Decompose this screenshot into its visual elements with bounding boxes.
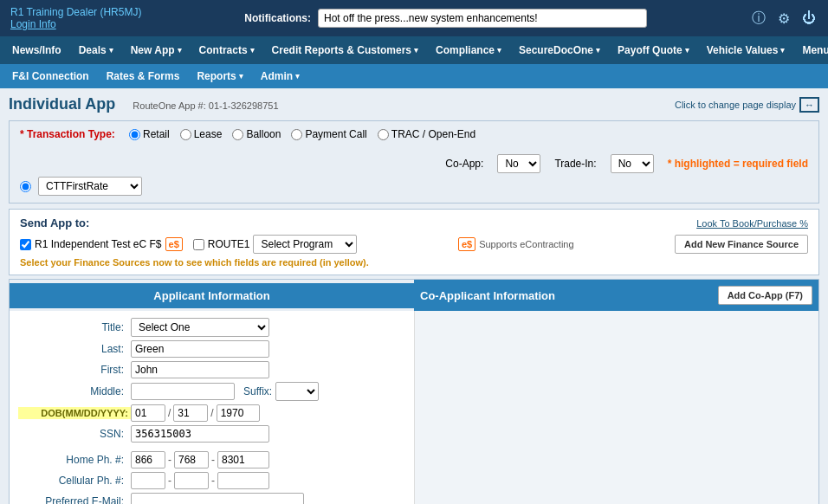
nav-contracts[interactable]: Contracts ▾ <box>191 39 263 61</box>
last-row: Last: <box>18 340 405 358</box>
power-icon[interactable]: ⏻ <box>800 9 818 28</box>
co-applicant-header-text: Co-Applicant Information <box>420 289 555 302</box>
contracts-arrow: ▾ <box>250 46 255 55</box>
login-link[interactable]: Login Info <box>10 18 141 30</box>
coa-trade-row: Co-App: NoYes Trade-In: NoYes * highligh… <box>445 154 808 173</box>
vehiclevalues-arrow: ▾ <box>780 46 785 55</box>
nav-rates-forms[interactable]: Rates & Forms <box>98 65 189 87</box>
nav-payoffquote[interactable]: Payoff Quote ▾ <box>609 39 698 61</box>
creditreports-arrow: ▾ <box>414 46 418 55</box>
transaction-label: * Transaction Type: <box>20 128 115 140</box>
nav-bar-1: News/Info Deals ▾ New App ▾ Contracts ▾ … <box>0 36 828 64</box>
top-header: R1 Training Dealer (HR5MJ) Login Info No… <box>0 0 828 36</box>
first-row: First: <box>18 361 405 378</box>
nav-newsinfo[interactable]: News/Info <box>3 39 70 61</box>
admin-arrow: ▾ <box>295 72 300 81</box>
nav-reports[interactable]: Reports ▾ <box>188 65 251 87</box>
securedocone-arrow: ▾ <box>596 46 600 55</box>
radio-trac[interactable]: TRAC / Open-End <box>378 128 475 140</box>
nav-deals[interactable]: Deals ▾ <box>70 39 122 61</box>
nav-admin[interactable]: Admin ▾ <box>252 65 308 87</box>
cell-ph-1[interactable] <box>131 472 165 489</box>
route-one-label: ROUTE1 <box>208 238 250 250</box>
ssn-input[interactable] <box>131 425 269 443</box>
first-input[interactable] <box>131 361 269 378</box>
econtract-note: e$ Supports eContracting <box>458 237 574 251</box>
send-app-title: Send App to: <box>20 216 89 229</box>
title-label: Title: <box>18 321 131 333</box>
nav-menu[interactable]: Menu <box>793 39 828 61</box>
reports-arrow: ▾ <box>239 72 243 81</box>
radio-payment-call[interactable]: Payment Call <box>291 128 366 140</box>
dealer-info: R1 Training Dealer (HR5MJ) Login Info <box>10 6 141 30</box>
co-app-select[interactable]: NoYes <box>497 154 540 173</box>
home-ph-2[interactable] <box>174 451 209 468</box>
nav-newapp[interactable]: New App ▾ <box>122 39 191 61</box>
middle-input[interactable] <box>131 383 235 400</box>
info-header-bar: Applicant Information Co-Applicant Infor… <box>10 280 818 311</box>
cell-ph-2[interactable] <box>174 472 209 489</box>
nav-compliance[interactable]: Compliance ▾ <box>427 39 510 61</box>
nav-securedocone[interactable]: SecureDocOne ▾ <box>510 39 609 61</box>
home-ph-1[interactable] <box>131 451 165 468</box>
cttfirstrate-radio[interactable] <box>20 181 31 192</box>
nav-vehiclevalues[interactable]: Vehicle Values ▾ <box>698 39 794 61</box>
home-ph-3[interactable] <box>217 451 269 468</box>
cell-ph-dash-2: - <box>211 475 215 487</box>
cell-ph-row: Cellular Ph. #: - - <box>18 472 405 489</box>
transaction-row: * Transaction Type: Retail Lease Balloon… <box>20 128 808 173</box>
suffix-label: Suffix: <box>243 385 275 397</box>
deals-arrow: ▾ <box>109 46 113 55</box>
radio-balloon[interactable]: Balloon <box>232 128 281 140</box>
dob-year-input[interactable] <box>217 404 260 422</box>
middle-label: Middle: <box>18 385 131 397</box>
change-page-display[interactable]: Click to change page display ↔ <box>675 97 819 113</box>
cell-ph-3[interactable] <box>217 472 269 489</box>
dob-slash-2: / <box>210 407 213 419</box>
notifications-label: Notifications: <box>244 12 311 24</box>
trade-in-select[interactable]: NoYes <box>611 154 654 173</box>
notifications-area: Notifications: <box>244 9 647 28</box>
send-app-row: R1 Independent Test eC F$ e$ ROUTE1 Sele… <box>20 235 808 254</box>
title-row: Title: Select One <box>18 318 405 337</box>
ctt-row: CTTFirstRate <box>20 177 808 196</box>
route-one-program-select[interactable]: Select Program <box>253 235 357 254</box>
look-to-book[interactable]: Look To Book/Purchase % <box>696 218 808 229</box>
title-select[interactable]: Select One <box>131 318 269 337</box>
dob-row: DOB(MM/DD/YYYY: / / <box>18 404 405 422</box>
cttfirstrate-select[interactable]: CTTFirstRate <box>38 177 142 196</box>
radio-retail[interactable]: Retail <box>129 128 170 140</box>
change-page-display-text: Click to change page display <box>675 100 796 110</box>
settings-icon[interactable]: ⚙ <box>776 9 792 29</box>
radio-group: Retail Lease Balloon Payment Call TRAC /… <box>129 128 475 140</box>
r1-independent-checkbox-item: R1 Independent Test eC F$ e$ <box>20 237 183 251</box>
dob-slash-1: / <box>168 407 171 419</box>
page-title-row: Individual App RouteOne App #: 01-1-3262… <box>9 95 819 113</box>
trade-in-label: Trade-In: <box>554 158 596 170</box>
econtract-icon: e$ <box>458 237 475 251</box>
dob-day-input[interactable] <box>173 404 208 422</box>
nav-fi-connection[interactable]: F&I Connection <box>3 65 98 87</box>
payoffquote-arrow: ▾ <box>685 46 689 55</box>
nav-creditreports[interactable]: Credit Reports & Customers ▾ <box>263 39 427 61</box>
dob-month-input[interactable] <box>131 404 165 422</box>
suffix-select[interactable]: Jr.Sr.IIIII <box>275 382 319 401</box>
send-app-header: Send App to: Look To Book/Purchase % <box>20 216 808 229</box>
radio-lease[interactable]: Lease <box>180 128 223 140</box>
send-app-section: Send App to: Look To Book/Purchase % R1 … <box>9 209 819 275</box>
applicant-info-header: Applicant Information <box>10 283 414 308</box>
notifications-input[interactable] <box>318 9 647 28</box>
co-app-label: Co-App: <box>445 158 483 170</box>
last-label: Last: <box>18 343 131 355</box>
r1-independent-checkbox[interactable] <box>20 239 31 250</box>
transaction-section: * Transaction Type: Retail Lease Balloon… <box>9 120 819 204</box>
finance-sources-warning: Select your Finance Sources now to see w… <box>20 257 808 268</box>
help-icon[interactable]: ⓘ <box>750 8 767 29</box>
route-one-item: ROUTE1 Select Program <box>193 235 358 254</box>
newapp-arrow: ▾ <box>178 46 182 55</box>
add-finance-source-button[interactable]: Add New Finance Source <box>675 235 808 254</box>
add-co-applicant-button[interactable]: Add Co-App (F7) <box>718 286 812 305</box>
route-one-checkbox[interactable] <box>193 239 204 250</box>
email-input[interactable] <box>131 493 304 504</box>
last-input[interactable] <box>131 340 269 358</box>
